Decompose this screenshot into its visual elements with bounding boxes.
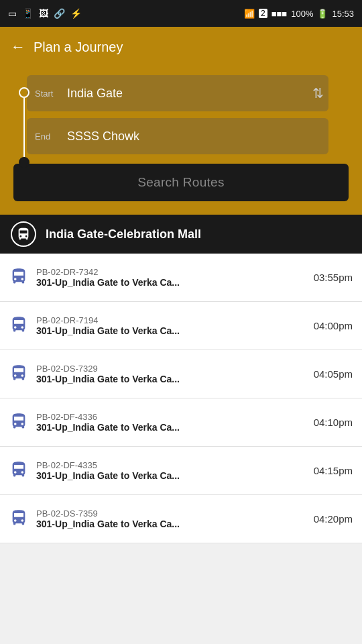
bus-icon-small [9, 267, 28, 288]
route-time: 04:10pm [314, 417, 353, 428]
route-info: PB-02-DR-7342 301-Up_India Gate to Verka… [36, 267, 306, 288]
route-header-title: India Gate-Celebration Mall [46, 227, 201, 241]
search-panel: Start India Gate ⇅ End SSSS Chowk Search… [0, 67, 362, 215]
end-label: End [35, 131, 63, 142]
bus-icon-small [9, 460, 28, 482]
bus-icon-small [9, 508, 28, 530]
route-info: PB-02-DR-7194 301-Up_India Gate to Verka… [36, 315, 306, 336]
route-header: India Gate-Celebration Mall [0, 215, 362, 254]
swap-container[interactable]: ⇅ [306, 81, 330, 105]
data-icon: 2 [259, 9, 267, 18]
route-connector [19, 87, 29, 168]
swap-icon: ⇅ [312, 85, 324, 101]
route-id: PB-02-DF-4335 [36, 460, 306, 470]
sim-icon: 📱 [22, 8, 34, 19]
route-item[interactable]: PB-02-DS-7359 301-Up_India Gate to Verka… [0, 495, 362, 543]
battery-icon: 🔋 [317, 9, 328, 19]
misc-icon: ⚡ [70, 8, 82, 19]
bus-circle-icon [16, 227, 31, 241]
route-item[interactable]: PB-02-DR-7342 301-Up_India Gate to Verka… [0, 254, 362, 302]
route-info: PB-02-DS-7329 301-Up_India Gate to Verka… [36, 364, 306, 384]
start-dot [19, 87, 29, 98]
bus-icon-small [9, 315, 28, 337]
route-info: PB-02-DF-4336 301-Up_India Gate to Verka… [36, 412, 306, 433]
route-list: PB-02-DR-7342 301-Up_India Gate to Verka… [0, 254, 362, 543]
route-item[interactable]: PB-02-DF-4335 301-Up_India Gate to Verka… [0, 447, 362, 495]
end-dot [19, 157, 29, 168]
route-name: 301-Up_India Gate to Verka Ca... [36, 470, 306, 481]
link-icon: 🔗 [54, 8, 65, 19]
end-input-row[interactable]: End SSSS Chowk [27, 118, 328, 154]
route-time: 04:20pm [314, 513, 353, 525]
route-id: PB-02-DR-7342 [36, 267, 306, 277]
bus-icon-circle [11, 221, 36, 247]
route-item[interactable]: PB-02-DF-4336 301-Up_India Gate to Verka… [0, 398, 362, 447]
image-icon: 🖼 [39, 8, 48, 19]
route-id: PB-02-DR-7194 [36, 315, 306, 325]
route-info: PB-02-DF-4335 301-Up_India Gate to Verka… [36, 460, 306, 481]
connector-line [23, 98, 25, 157]
search-routes-button[interactable]: Search Routes [13, 164, 349, 201]
route-item[interactable]: PB-02-DS-7329 301-Up_India Gate to Verka… [0, 350, 362, 398]
signal-bars: ■■■ [272, 9, 288, 19]
route-time: 03:55pm [314, 272, 353, 283]
clock: 15:53 [332, 9, 354, 19]
route-id: PB-02-DF-4336 [36, 412, 306, 422]
route-id: PB-02-DS-7329 [36, 364, 306, 374]
bus-icon-small [9, 364, 28, 385]
back-button[interactable]: ← [11, 38, 25, 56]
bus-icon-small [9, 412, 28, 433]
notification-icon: ▭ [8, 8, 17, 19]
route-name: 301-Up_India Gate to Verka Ca... [36, 519, 306, 529]
wifi-icon: 📶 [244, 9, 255, 19]
route-name: 301-Up_India Gate to Verka Ca... [36, 325, 306, 336]
page-title: Plan a Journey [34, 40, 123, 55]
start-value: India Gate [63, 87, 320, 101]
route-time: 04:15pm [314, 465, 353, 476]
start-label: Start [35, 89, 63, 99]
start-input-row[interactable]: Start India Gate ⇅ [27, 75, 328, 111]
route-id: PB-02-DS-7359 [36, 508, 306, 519]
route-name: 301-Up_India Gate to Verka Ca... [36, 277, 306, 288]
route-name: 301-Up_India Gate to Verka Ca... [36, 422, 306, 433]
route-item[interactable]: PB-02-DR-7194 301-Up_India Gate to Verka… [0, 302, 362, 350]
route-time: 04:00pm [314, 320, 353, 331]
battery-text: 100% [291, 9, 313, 19]
route-info: PB-02-DS-7359 301-Up_India Gate to Verka… [36, 508, 306, 529]
status-bar-left: ▭ 📱 🖼 🔗 ⚡ [8, 8, 82, 19]
status-bar: ▭ 📱 🖼 🔗 ⚡ 📶 2 ■■■ 100% 🔋 15:53 [0, 0, 362, 27]
page-header: ← Plan a Journey [0, 27, 362, 67]
route-time: 04:05pm [314, 368, 353, 380]
end-value: SSSS Chowk [63, 129, 320, 144]
status-bar-right: 📶 2 ■■■ 100% 🔋 15:53 [244, 9, 354, 19]
route-name: 301-Up_India Gate to Verka Ca... [36, 374, 306, 384]
